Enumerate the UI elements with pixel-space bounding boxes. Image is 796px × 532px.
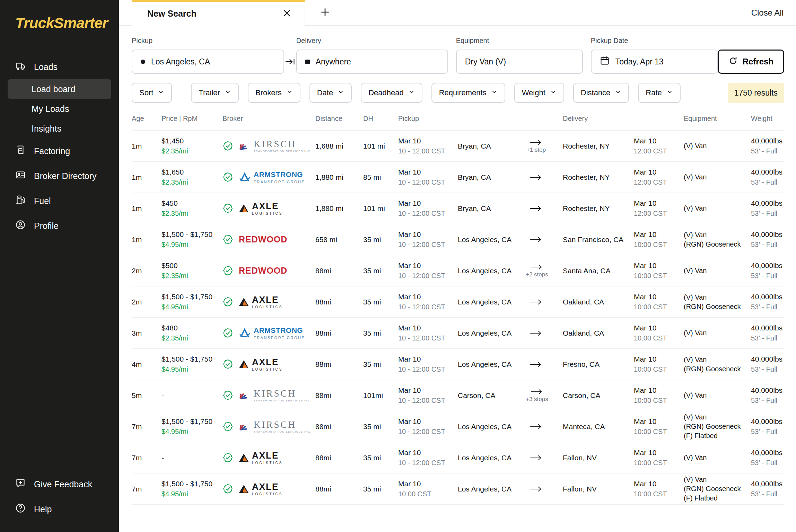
load-row[interactable]: 7m $1,500 - $1,750$4.95/mi KIRSCHTRANSPO… bbox=[132, 411, 784, 442]
price-cell: $480$2.35/mi bbox=[161, 324, 222, 342]
load-row[interactable]: 2m $1,500 - $1,750$4.95/mi AXLELOGISTICS… bbox=[132, 286, 784, 318]
load-row[interactable]: 7m $1,500 - $1,750$4.95/mi AXLELOGISTICS… bbox=[132, 473, 784, 505]
filter-rate[interactable]: Rate bbox=[638, 83, 680, 103]
broker-cell: KIRSCHTRANSPORTATION SERVICES INC. bbox=[222, 140, 315, 153]
sidebar-item-profile[interactable]: Profile bbox=[0, 213, 119, 238]
delivery-city-cell: Rochester, NY bbox=[563, 204, 634, 213]
equipment-value: Dry Van (V) bbox=[465, 57, 506, 66]
distance-cell: 88mi bbox=[315, 485, 363, 493]
filter-distance[interactable]: Distance bbox=[573, 83, 629, 103]
deadhead-cell: 35 mi bbox=[363, 360, 398, 369]
load-row[interactable]: 3m $480$2.35/mi ARMSTRONGTRANSPORT GROUP… bbox=[132, 318, 784, 349]
load-row[interactable]: 1m $1,650$2.35/mi ARMSTRONGTRANSPORT GRO… bbox=[132, 162, 784, 193]
route-arrow-icon bbox=[531, 388, 543, 395]
refresh-button[interactable]: Refresh bbox=[718, 50, 784, 74]
sidebar-item-help[interactable]: Help bbox=[0, 497, 119, 522]
sidebar-item-give-feedback[interactable]: Give Feedback bbox=[0, 472, 119, 497]
broker-cell: REDWOOD bbox=[222, 265, 315, 276]
age-cell: 7m bbox=[132, 485, 161, 493]
filter-label: Brokers bbox=[255, 88, 282, 97]
tab-new-search[interactable]: New Search bbox=[132, 0, 305, 26]
swap-locations-button[interactable] bbox=[284, 50, 296, 74]
pickup-city-cell: Bryan, CA bbox=[458, 142, 524, 150]
load-row[interactable]: 5m - KIRSCHTRANSPORTATION SERVICES INC. … bbox=[132, 380, 784, 411]
chevron-down-icon bbox=[408, 88, 415, 97]
close-tab-icon[interactable] bbox=[282, 8, 292, 20]
distance-cell: 1,880 mi bbox=[315, 173, 363, 181]
equipment-cell: (V) Van(RGN) Gooseneck(F) Flatbed bbox=[684, 475, 751, 503]
sidebar-item-my-loads[interactable]: My Loads bbox=[0, 99, 119, 119]
load-row[interactable]: 4m $1,500 - $1,750$4.95/mi AXLELOGISTICS… bbox=[132, 349, 784, 380]
refresh-label: Refresh bbox=[743, 57, 773, 66]
sidebar-item-label: Load board bbox=[32, 84, 76, 94]
filter-trailer[interactable]: Trailer bbox=[191, 83, 239, 103]
sidebar-item-label: Broker Directory bbox=[34, 171, 97, 181]
pickup-date-input[interactable]: Today, Apr 13 bbox=[591, 50, 718, 74]
pickup-city-cell: Los Angeles, CA bbox=[458, 423, 524, 431]
load-row[interactable]: 1m $1,500 - $1,750$4.95/mi REDWOOD 658 m… bbox=[132, 224, 784, 255]
delivery-input[interactable]: Anywhere bbox=[296, 50, 448, 74]
sidebar-item-loads[interactable]: Loads bbox=[0, 54, 119, 79]
load-row[interactable]: 1m $450$2.35/mi AXLELOGISTICS 1,880 mi 1… bbox=[132, 193, 784, 224]
filter-sort[interactable]: Sort bbox=[132, 83, 172, 103]
close-all-button[interactable]: Close All bbox=[751, 8, 784, 18]
delivery-city-cell: Oakland, CA bbox=[563, 298, 634, 306]
feedback-icon bbox=[15, 478, 26, 490]
deadhead-cell: 101 mi bbox=[363, 204, 398, 213]
route-arrow-icon bbox=[531, 264, 543, 271]
load-row[interactable]: 1m $1,450$2.35/mi KIRSCHTRANSPORTATION S… bbox=[132, 131, 784, 162]
delivery-city-cell: Manteca, CA bbox=[563, 423, 634, 431]
broker-cell: ARMSTRONGTRANSPORT GROUP bbox=[222, 170, 315, 184]
price-cell: $1,500 - $1,750$4.95/mi bbox=[161, 480, 222, 498]
equipment-cell: (V) Van bbox=[684, 266, 751, 275]
pickup-datetime-cell: Mar 1010 - 12:00 CST bbox=[398, 261, 458, 280]
pickup-value: Los Angeles, CA bbox=[151, 57, 210, 66]
delivery-city-cell: Santa Ana, CA bbox=[563, 267, 634, 275]
age-cell: 2m bbox=[132, 298, 161, 306]
filter-date[interactable]: Date bbox=[309, 83, 352, 103]
filter-requirements[interactable]: Requirements bbox=[431, 83, 505, 103]
search-panel: Pickup Los Angeles, CA Delivery Anywhere… bbox=[119, 26, 796, 74]
main-content: New Search Close All Pickup Los Angeles,… bbox=[119, 0, 796, 532]
equipment-input[interactable]: Dry Van (V) bbox=[456, 50, 583, 74]
delivery-label: Delivery bbox=[296, 37, 448, 45]
pickup-city-cell: Los Angeles, CA bbox=[458, 454, 524, 462]
route-cell: +2 stops bbox=[526, 264, 548, 278]
filter-deadhead[interactable]: Deadhead bbox=[361, 83, 422, 103]
axle-triangle-icon bbox=[239, 484, 249, 494]
add-tab-button[interactable] bbox=[320, 0, 331, 26]
distance-cell: 88mi bbox=[315, 423, 363, 431]
sidebar-item-label: Help bbox=[34, 504, 52, 514]
delivery-city-cell: Rochester, NY bbox=[563, 142, 634, 150]
route-cell bbox=[526, 361, 546, 368]
sidebar-item-broker-directory[interactable]: Broker Directory bbox=[0, 163, 119, 188]
broker-cell: AXLELOGISTICS bbox=[222, 482, 315, 496]
deadhead-cell: 35 mi bbox=[363, 329, 398, 337]
stops-label: +2 stops bbox=[526, 271, 548, 278]
route-arrow-icon bbox=[530, 454, 542, 461]
load-row[interactable]: 2m $500$2.35/mi REDWOOD 88mi 35 mi Mar 1… bbox=[132, 255, 784, 286]
sidebar-item-insights[interactable]: Insights bbox=[0, 119, 119, 139]
filter-weight[interactable]: Weight bbox=[514, 83, 564, 103]
sidebar-item-factoring[interactable]: Factoring bbox=[0, 139, 119, 163]
verified-badge-icon bbox=[222, 172, 233, 183]
delivery-value: Anywhere bbox=[316, 57, 351, 66]
sidebar-item-load-board[interactable]: Load board bbox=[8, 79, 111, 99]
filter-brokers[interactable]: Brokers bbox=[248, 83, 300, 103]
price-cell: $1,500 - $1,750$4.95/mi bbox=[161, 355, 222, 373]
equipment-field: Equipment Dry Van (V) bbox=[456, 37, 583, 74]
filter-bar: Sort TrailerBrokersDateDeadheadRequireme… bbox=[119, 83, 796, 103]
age-cell: 4m bbox=[132, 360, 161, 369]
price-cell: $1,500 - $1,750$4.95/mi bbox=[161, 293, 222, 311]
axle-logo: AXLELOGISTICS bbox=[239, 357, 283, 371]
distance-cell: 88mi bbox=[315, 298, 363, 306]
sidebar-item-fuel[interactable]: Fuel bbox=[0, 188, 119, 213]
price-cell: $450$2.35/mi bbox=[161, 199, 222, 218]
pickup-date-value: Today, Apr 13 bbox=[615, 57, 664, 66]
axle-triangle-icon bbox=[239, 297, 249, 307]
pickup-input[interactable]: Los Angeles, CA bbox=[132, 50, 284, 74]
load-row[interactable]: 7m - AXLELOGISTICS 88mi 35 mi Mar 1010 -… bbox=[132, 442, 784, 473]
axle-logo: AXLELOGISTICS bbox=[239, 482, 283, 496]
price-cell: - bbox=[161, 391, 222, 400]
tab-bar-spacer bbox=[119, 0, 132, 26]
